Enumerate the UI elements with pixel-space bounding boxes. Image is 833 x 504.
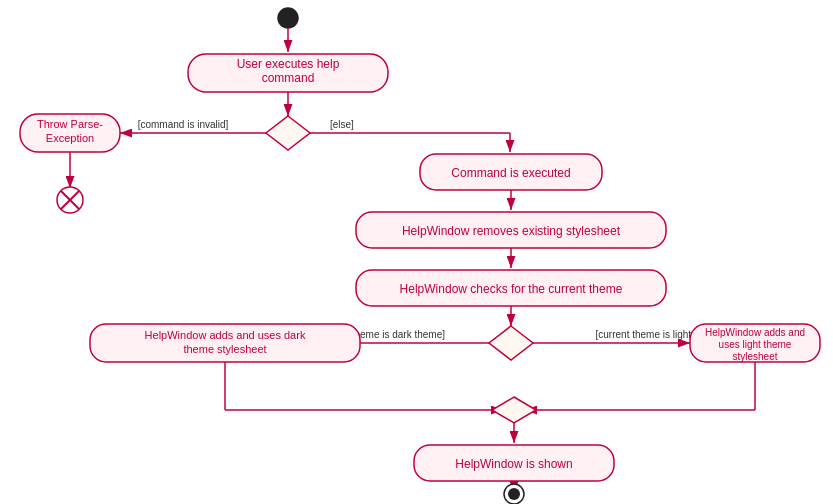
start-node [278,8,298,28]
svg-text:uses light theme: uses light theme [719,339,792,350]
command-executed-label: Command is executed [451,166,570,180]
svg-text:theme stylesheet: theme stylesheet [183,343,266,355]
helpwindow-remove-label: HelpWindow removes existing stylesheet [402,224,621,238]
helpwindow-check-label: HelpWindow checks for the current theme [400,282,623,296]
decision1-node [266,116,310,150]
end-final-inner [508,488,520,500]
svg-text:Exception: Exception [46,132,94,144]
throw-parse-label: Throw Parse- [37,118,103,130]
light-theme-label: HelpWindow adds and [705,327,805,338]
dark-theme-label: HelpWindow adds and uses dark [145,329,306,341]
guard-else: [else] [330,119,354,130]
guard-invalid: [command is invalid] [138,119,229,130]
decision2-node [489,326,533,360]
merge-node [492,397,536,423]
activity-diagram: User executes help command [command is i… [0,0,833,504]
helpwindow-shown-label: HelpWindow is shown [455,457,572,471]
svg-text:command: command [262,71,315,85]
svg-text:stylesheet: stylesheet [732,351,777,362]
user-executes-label: User executes help [237,57,340,71]
